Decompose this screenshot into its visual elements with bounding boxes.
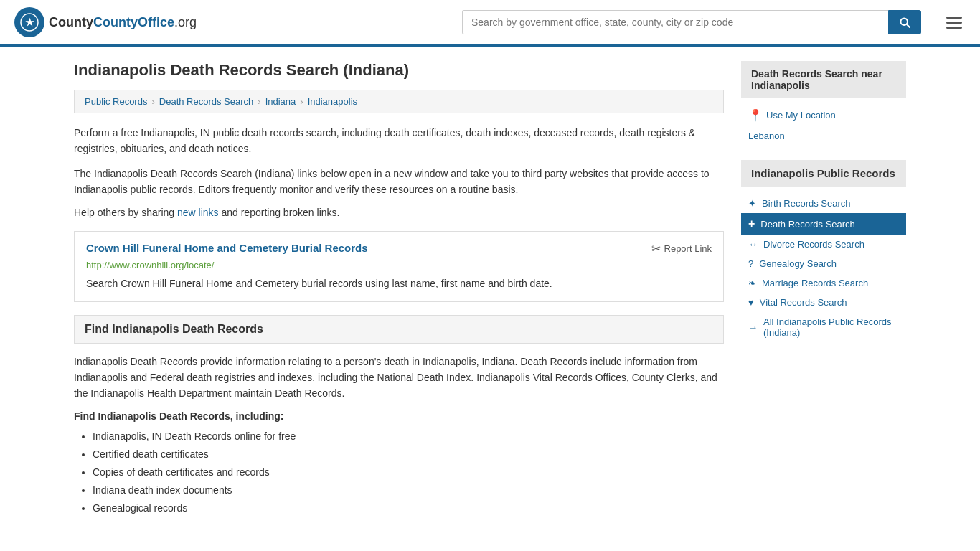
sidebar-item-divorce-label: Divorce Records Search	[763, 239, 864, 250]
sidebar-item-all-records[interactable]: → All Indianapolis Public Records (India…	[741, 312, 906, 342]
find-section-header: Find Indianapolis Death Records	[74, 315, 724, 344]
hamburger-line	[946, 17, 962, 19]
divorce-records-icon: ↔	[748, 239, 758, 250]
vital-records-icon: ♥	[748, 297, 754, 308]
bullet-item: Indiana death index documents	[93, 481, 724, 499]
breadcrumb-public-records[interactable]: Public Records	[85, 96, 147, 107]
svg-text:★: ★	[25, 17, 34, 28]
sidebar-item-divorce-records[interactable]: ↔ Divorce Records Search	[741, 235, 906, 254]
find-section-title: Find Indianapolis Death Records	[85, 323, 713, 336]
sidebar-item-genealogy-label: Genealogy Search	[759, 258, 837, 269]
public-records-header: Indianapolis Public Records	[741, 160, 906, 187]
new-links-link[interactable]: new links	[177, 207, 219, 218]
page-description-2: The Indianapolis Death Records Search (I…	[74, 166, 724, 198]
sidebar-item-death-records[interactable]: + Death Records Search	[741, 213, 906, 235]
header: ★ CountyCountyOffice.org	[0, 0, 980, 47]
sidebar-item-all-label: All Indianapolis Public Records (Indiana…	[763, 316, 899, 338]
sidebar-item-vital-records[interactable]: ♥ Vital Records Search	[741, 293, 906, 312]
use-location-label[interactable]: Use My Location	[766, 110, 836, 121]
breadcrumb-death-records[interactable]: Death Records Search	[159, 96, 254, 107]
sidebar-item-death-label: Death Records Search	[760, 219, 855, 230]
sidebar-item-birth-label: Birth Records Search	[762, 198, 851, 209]
nearby-city: Lebanon	[741, 126, 906, 146]
svg-line-3	[907, 24, 910, 27]
main-content: Indianapolis Death Records Search (India…	[74, 61, 724, 518]
nearby-header: Death Records Search near Indianapolis	[741, 61, 906, 98]
link-card-title[interactable]: Crown Hill Funeral Home and Cemetery Bur…	[86, 242, 368, 254]
breadcrumb-sep: ›	[258, 96, 260, 107]
bullet-item: Copies of death certificates and records	[93, 463, 724, 481]
bullets-list: Indianapolis, IN Death Records online fo…	[74, 428, 724, 518]
sidebar-item-marriage-label: Marriage Records Search	[762, 278, 868, 288]
breadcrumb-sep: ›	[300, 96, 303, 107]
public-records-section: Indianapolis Public Records ✦ Birth Reco…	[741, 160, 906, 342]
search-container	[462, 10, 921, 34]
birth-records-icon: ✦	[748, 198, 756, 209]
marriage-records-icon: ❧	[748, 278, 756, 288]
logo-link[interactable]: ★ CountyCountyOffice.org	[14, 7, 197, 37]
bullet-item: Certified death certificates	[93, 446, 724, 463]
sidebar-item-marriage-records[interactable]: ❧ Marriage Records Search	[741, 273, 906, 293]
sidebar-item-birth-records[interactable]: ✦ Birth Records Search	[741, 194, 906, 213]
page-title: Indianapolis Death Records Search (India…	[74, 61, 724, 80]
link-description: Search Crown Hill Funeral Home and Cemet…	[86, 276, 712, 291]
bullet-item: Genealogical records	[93, 499, 724, 517]
sidebar-item-vital-label: Vital Records Search	[760, 297, 847, 308]
page-description-1: Perform a free Indianapolis, IN public d…	[74, 125, 724, 157]
death-records-icon: +	[748, 217, 755, 230]
search-input[interactable]	[462, 10, 888, 34]
all-records-icon: →	[748, 322, 758, 333]
report-icon: ✂	[651, 242, 661, 255]
location-pin-icon: 📍	[748, 108, 763, 122]
logo-icon: ★	[14, 7, 44, 37]
breadcrumb-indiana[interactable]: Indiana	[265, 96, 296, 107]
link-url[interactable]: http://www.crownhill.org/locate/	[86, 260, 712, 270]
search-button[interactable]	[888, 10, 921, 34]
hamburger-line	[946, 27, 962, 29]
sidebar-item-genealogy[interactable]: ? Genealogy Search	[741, 254, 906, 273]
use-location-button[interactable]: 📍 Use My Location	[741, 104, 906, 126]
help-text: Help others by sharing new links and rep…	[74, 207, 724, 218]
link-card: Crown Hill Funeral Home and Cemetery Bur…	[74, 231, 724, 302]
page-container: Indianapolis Death Records Search (India…	[60, 47, 920, 532]
breadcrumb-sep: ›	[151, 96, 154, 107]
find-section-description: Indianapolis Death Records provide infor…	[74, 354, 724, 402]
bullets-heading: Find Indianapolis Death Records, includi…	[74, 410, 724, 422]
logo-text: CountyCountyOffice.org	[49, 15, 197, 30]
breadcrumb: Public Records › Death Records Search › …	[74, 90, 724, 113]
bullet-item: Indianapolis, IN Death Records online fo…	[93, 428, 724, 446]
sidebar: Death Records Search near Indianapolis 📍…	[741, 61, 906, 518]
breadcrumb-indianapolis[interactable]: Indianapolis	[308, 96, 357, 107]
link-card-header: Crown Hill Funeral Home and Cemetery Bur…	[86, 242, 712, 255]
hamburger-line	[946, 22, 962, 24]
report-link-button[interactable]: ✂ Report Link	[651, 242, 712, 255]
report-link-label: Report Link	[664, 243, 712, 254]
nearby-section: Death Records Search near Indianapolis 📍…	[741, 61, 906, 146]
genealogy-icon: ?	[748, 258, 753, 269]
menu-button[interactable]	[943, 13, 966, 32]
nearby-city-link[interactable]: Lebanon	[748, 131, 785, 141]
